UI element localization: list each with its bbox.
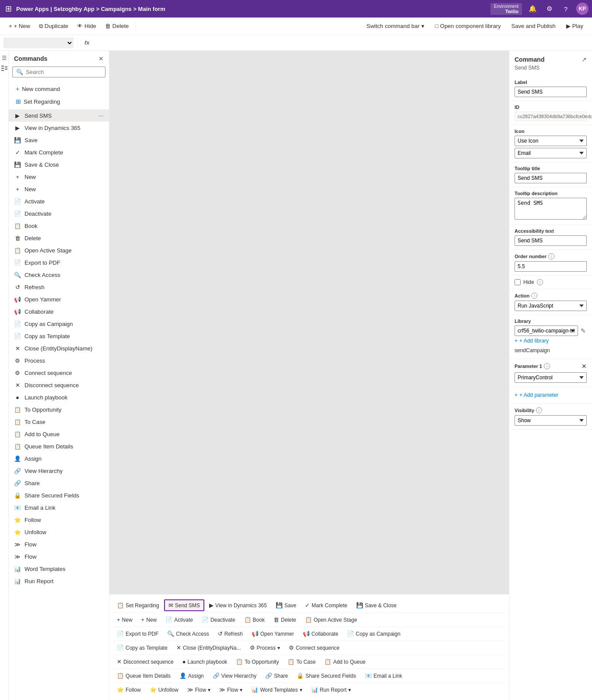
open-component-library-button[interactable]: □ Open component library [431,21,504,31]
parameter1-select[interactable]: PrimaryControl [515,372,587,383]
command-bar-button[interactable]: ⚙Process▾ [246,642,284,653]
command-bar-button[interactable]: 📋Book [240,614,269,625]
command-list-item[interactable]: 🔒 Share Secured Fields [9,489,109,501]
command-list-item[interactable]: ≫ Flow [9,550,109,563]
command-list-item[interactable]: ✕ Disconnect sequence [9,379,109,391]
command-list-item[interactable]: ↺ Refresh [9,281,109,293]
command-bar-button[interactable]: 📋Queue Item Details [113,670,175,681]
command-bar-button[interactable]: ≫Flow▾ [183,684,214,695]
command-bar-button[interactable]: 💾Save [272,599,300,611]
switch-cmd-bar-button[interactable]: Switch command bar ▾ [363,21,428,31]
command-list-item[interactable]: 📊 Word Templates [9,563,109,575]
set-regarding-button[interactable]: ⊞ Set Regarding [12,95,105,108]
command-list-item[interactable]: ⚙ Process [9,354,109,367]
hide-checkbox[interactable] [515,279,521,285]
command-bar-button[interactable]: 📄Activate [161,614,197,625]
command-list-item[interactable]: 📋 To Opportunity [9,403,109,416]
tooltip-desc-textarea[interactable] [515,198,587,220]
save-publish-button[interactable]: Save and Publish [508,21,559,31]
command-list-item[interactable]: ≫ Flow [9,538,109,550]
command-bar-button[interactable]: 💾Save & Close [352,599,401,611]
command-bar-button[interactable]: ⚙Connect sequence [285,642,343,653]
command-list-item[interactable]: 📢 Collaborate [9,305,109,318]
command-bar-button[interactable]: 📋Set Regarding [113,599,163,611]
command-list-item[interactable]: 📋 Queue Item Details [9,440,109,452]
command-list-item[interactable]: ● Launch playbook [9,391,109,403]
help-icon[interactable]: ? [560,3,572,15]
command-bar-button[interactable]: ⭐Follow [113,684,145,695]
command-bar-button[interactable]: 📧Email a Link [361,670,406,681]
command-list-item[interactable]: ⚙ Connect sequence [9,367,109,379]
notifications-icon[interactable]: 🔔 [526,3,539,15]
command-list-item[interactable]: ✕ Close (EntityDisplayName) [9,342,109,354]
command-bar-button[interactable]: 📢Collaborate [299,628,342,639]
command-list-item[interactable]: ▶ Send SMS ··· [9,109,109,122]
commands-close-button[interactable]: ✕ [98,55,104,62]
new-button[interactable]: + + New [5,21,34,31]
command-bar-button[interactable]: +New [137,614,161,625]
right-panel-expand-icon[interactable]: ↗ [581,56,587,63]
command-list-item[interactable]: 📋 To Case [9,416,109,428]
add-library-button[interactable]: + + Add library [515,336,549,346]
command-list-item[interactable]: 📋 Open Active Stage [9,244,109,256]
duplicate-button[interactable]: ⧉ Duplicate [35,21,72,32]
command-list-item[interactable]: 📊 Run Report [9,575,109,587]
action-select[interactable]: Run JavaScript [515,301,587,311]
command-list-item[interactable]: ⭐ Follow [9,514,109,526]
command-bar-button[interactable]: 🗑Delete [270,614,300,625]
search-input[interactable] [26,69,102,75]
command-bar-button[interactable]: +New [113,614,137,625]
command-bar-button[interactable]: ↺Refresh [214,628,247,639]
command-bar-button[interactable]: 📋To Opportunity [232,656,283,667]
command-bar-button[interactable]: ⭐Unfollow [146,684,182,695]
new-command-button[interactable]: + New command [12,83,105,95]
command-list-item[interactable]: 📢 Open Yammer [9,293,109,305]
hide-info-icon[interactable]: i [537,279,543,285]
command-list-item[interactable]: 📄 Activate [9,195,109,207]
add-parameter-button[interactable]: + + Add parameter [515,390,558,400]
command-list-item[interactable]: + New [9,171,109,183]
command-list-item[interactable]: 🗑 Delete [9,232,109,244]
command-bar-button[interactable]: 👤Assign [175,670,208,681]
hide-button[interactable]: 👁 Hide [74,21,100,31]
command-bar-button[interactable]: ✕Close (EntityDisplayNa... [172,642,245,653]
command-bar-button[interactable]: 📄Deactivate [198,614,239,625]
parameter1-close-button[interactable]: ✕ [581,363,587,370]
formula-select[interactable] [4,38,74,48]
command-list-item[interactable]: 📄 Export to PDF [9,256,109,269]
command-list-item[interactable]: ⭐ Unfollow [9,526,109,538]
delete-button[interactable]: 🗑 Delete [102,21,133,31]
command-list-item[interactable]: 📄 Copy as Campaign [9,318,109,330]
apps-grid-icon[interactable]: ⊞ [4,2,14,15]
command-bar-button[interactable]: 📋Open Active Stage [301,614,361,625]
command-bar-button[interactable]: 📢Open Yammer [248,628,298,639]
command-list-item[interactable]: ▶ View in Dynamics 365 [9,122,109,134]
label-field-input[interactable] [515,87,587,97]
command-bar-button[interactable]: ▶View in Dynamics 365 [205,599,271,611]
command-list-item[interactable]: 💾 Save & Close [9,158,109,171]
order-number-info-icon[interactable]: i [548,253,554,259]
command-bar-button[interactable]: 🔗Share [261,670,292,681]
library-select[interactable]: crf56_twilio-campaign-trig... [515,326,578,336]
action-info-icon[interactable]: i [531,293,537,299]
command-list-item[interactable]: ✓ Mark Complete [9,146,109,158]
command-bar-button[interactable]: 📄Copy as Campaign [343,628,404,639]
command-bar-button[interactable]: ✕Disconnect sequence [113,656,178,667]
icon-type-select[interactable]: Email [515,148,587,158]
command-bar-button[interactable]: 📊Run Report▾ [307,684,355,695]
command-list-item[interactable]: 📄 Copy as Template [9,330,109,342]
command-list-item[interactable]: 👤 Assign [9,452,109,465]
icon-use-select[interactable]: Use Icon [515,136,587,146]
left-nav-tree-icon[interactable] [1,65,8,72]
tooltip-title-input[interactable] [515,173,587,183]
command-list-item[interactable]: 💾 Save [9,134,109,146]
user-avatar[interactable]: KP [576,3,588,15]
command-bar-button[interactable]: 📄Export to PDF [113,628,162,639]
command-bar-button[interactable]: 🔒Share Secured Fields [293,670,360,681]
command-bar-button[interactable]: ≫Flow▾ [215,684,246,695]
command-bar-button[interactable]: 📊Word Templates▾ [247,684,306,695]
settings-icon[interactable]: ⚙ [543,3,555,15]
command-bar-button[interactable]: 📄Copy as Template [113,642,172,653]
parameter1-info-icon[interactable]: i [544,363,550,369]
command-bar-button[interactable]: 📋Add to Queue [320,656,369,667]
